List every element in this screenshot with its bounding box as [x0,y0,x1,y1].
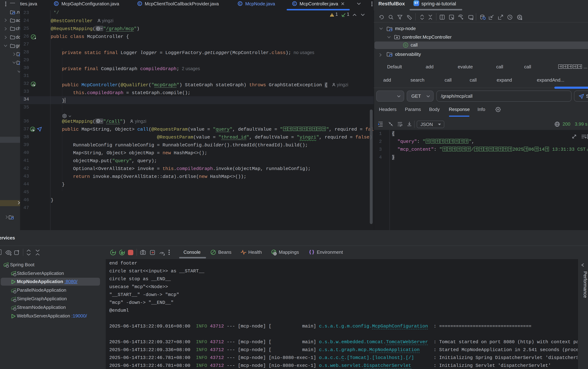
svg-text:C: C [139,2,141,5]
svg-text:G: G [405,44,407,47]
svg-text:C: C [55,2,57,5]
svg-text:C: C [239,2,241,5]
svg-text:C: C [293,2,295,5]
